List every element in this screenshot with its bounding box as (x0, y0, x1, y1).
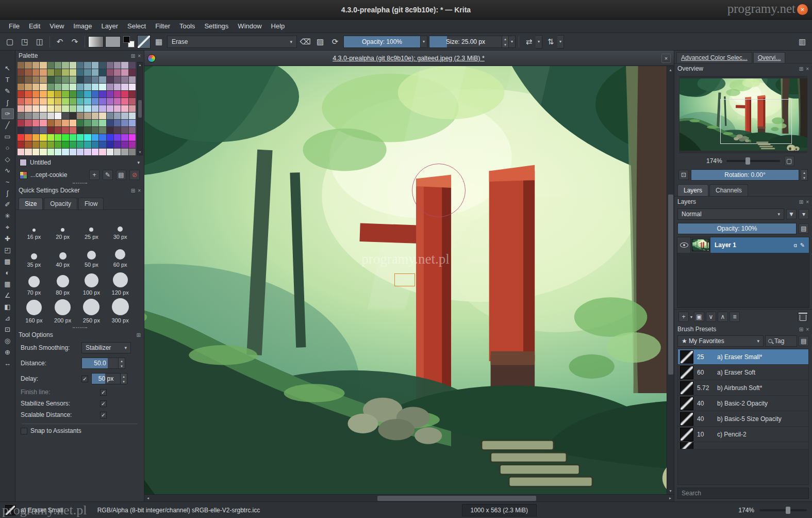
palette-swatch[interactable] (129, 120, 136, 126)
docker-splitter[interactable] (15, 181, 144, 185)
palette-current-row[interactable]: Untitled ▾ (15, 156, 144, 169)
palette-swatch[interactable] (70, 105, 76, 112)
palette-swatch[interactable] (99, 127, 106, 134)
close-docker-icon[interactable]: × (138, 53, 141, 59)
palette-swatch[interactable] (70, 120, 76, 126)
palette-swatch[interactable] (107, 105, 113, 112)
palette-swatch[interactable] (129, 149, 136, 155)
palette-swatch[interactable] (47, 105, 54, 112)
palette-swatch[interactable] (55, 76, 61, 83)
palette-swatch[interactable] (114, 76, 121, 83)
palette-swatch[interactable] (92, 91, 98, 98)
tool-ellipse[interactable]: ○ (2, 142, 14, 153)
palette-swatch[interactable] (47, 98, 54, 105)
palette-swatch[interactable] (40, 149, 46, 155)
palette-swatch[interactable] (25, 91, 31, 98)
add-layer-dropdown-icon[interactable]: ▾ (690, 315, 692, 319)
palette-swatch[interactable] (55, 127, 61, 134)
palette-swatch[interactable] (92, 141, 98, 148)
tool-color-sampler[interactable]: ◐ (2, 267, 14, 278)
brush-preset-row[interactable]: 10c) Pencil-2 (678, 427, 808, 442)
rotation-slider[interactable]: Rotation: 0.00° (691, 169, 799, 181)
spin-up-icon[interactable]: ▴ (121, 374, 127, 379)
palette-swatch[interactable] (84, 98, 91, 105)
tool-calligraphy[interactable]: ʃ (2, 97, 14, 108)
palette-swatch[interactable] (129, 91, 136, 98)
palette-swatch[interactable] (121, 62, 128, 69)
palette-swatch[interactable] (107, 76, 113, 83)
palette-swatch[interactable] (62, 69, 69, 76)
tab-opacity[interactable]: Opacity (44, 198, 77, 209)
fill-chooser-button[interactable] (105, 36, 121, 47)
delete-layer-button[interactable] (798, 312, 808, 322)
undo-button[interactable]: ↶ (53, 35, 67, 48)
slider-handle[interactable] (786, 507, 790, 514)
edit-palette-button[interactable]: ✎ (103, 170, 113, 180)
zoom-slider[interactable] (759, 509, 807, 511)
palette-swatch[interactable] (129, 69, 136, 76)
palette-swatch[interactable] (107, 84, 113, 90)
palette-swatch[interactable] (25, 105, 31, 112)
tool-fill[interactable]: ◧ (2, 301, 14, 312)
palette-swatch[interactable] (40, 127, 46, 134)
preset-search-input[interactable] (677, 488, 809, 499)
palette-swatch[interactable] (129, 105, 136, 112)
palette-swatch[interactable] (18, 62, 24, 69)
brush-size-60px[interactable]: 60 px (106, 242, 135, 268)
palette-swatch[interactable] (99, 141, 106, 148)
palette-swatch[interactable] (40, 105, 46, 112)
move-layer-up-button[interactable]: ∧ (718, 312, 728, 322)
palette-set-icon[interactable] (20, 171, 27, 179)
tool-gradient[interactable]: ▩ (2, 256, 14, 267)
menu-image[interactable]: Image (69, 20, 96, 32)
palette-swatch[interactable] (84, 112, 91, 119)
scroll-right-icon[interactable]: ▸ (667, 495, 674, 501)
palette-swatch[interactable] (114, 91, 121, 98)
add-palette-button[interactable]: + (89, 170, 100, 180)
brush-size-25px[interactable]: 25 px (77, 214, 106, 240)
brush-size-16px[interactable]: 16 px (20, 214, 48, 240)
palette-swatch[interactable] (25, 76, 31, 83)
palette-swatch[interactable] (107, 112, 113, 119)
spin-down-icon[interactable]: ▾ (119, 363, 125, 368)
palette-swatch[interactable] (99, 134, 106, 141)
palette-swatch[interactable] (114, 98, 121, 105)
palette-swatch[interactable] (84, 120, 91, 126)
palette-swatch[interactable] (84, 127, 91, 134)
palette-swatch[interactable] (129, 134, 136, 141)
palette-swatch[interactable] (70, 134, 76, 141)
mirror-vertical-button[interactable]: ⇅ (544, 35, 557, 48)
palette-swatch[interactable] (107, 141, 113, 148)
brush-preset-chooser-button[interactable] (137, 35, 151, 48)
palette-swatch[interactable] (99, 98, 106, 105)
palette-swatch[interactable] (40, 112, 46, 119)
palette-swatch[interactable] (121, 112, 128, 119)
palette-swatch[interactable] (70, 91, 76, 98)
delay-checkbox[interactable]: ✓ (81, 376, 88, 382)
palette-swatch[interactable] (25, 62, 31, 69)
tab-channels[interactable]: Channels (709, 184, 748, 196)
preserve-alpha-button[interactable]: ▨ (313, 35, 327, 48)
alpha-lock-icon[interactable]: ✎ (800, 242, 805, 249)
remove-palette-button[interactable]: ⊘ (129, 170, 140, 180)
palette-swatch[interactable] (47, 91, 54, 98)
tool-freehand-brush[interactable]: ✑ (2, 108, 14, 119)
palette-swatch[interactable] (32, 69, 39, 76)
palette-swatch[interactable] (32, 62, 39, 69)
palette-swatch[interactable] (114, 120, 121, 126)
canvas[interactable]: programy.net.pl (144, 66, 667, 494)
palette-swatch[interactable] (62, 127, 69, 134)
palette-swatch[interactable] (77, 120, 84, 126)
palette-swatch[interactable] (55, 62, 61, 69)
inherit-alpha-icon[interactable]: α (793, 242, 797, 249)
palette-swatch[interactable] (18, 127, 24, 134)
palette-swatch[interactable] (114, 84, 121, 90)
tool-transform[interactable]: ⌖ (2, 222, 14, 233)
palette-swatch[interactable] (121, 141, 128, 148)
palette-swatch[interactable] (25, 112, 31, 119)
scalable-distance-checkbox[interactable]: ✓ (100, 412, 107, 418)
palette-swatch[interactable] (92, 69, 98, 76)
palette-swatch[interactable] (114, 141, 121, 148)
palette-swatch[interactable] (99, 69, 106, 76)
palette-swatch[interactable] (70, 98, 76, 105)
